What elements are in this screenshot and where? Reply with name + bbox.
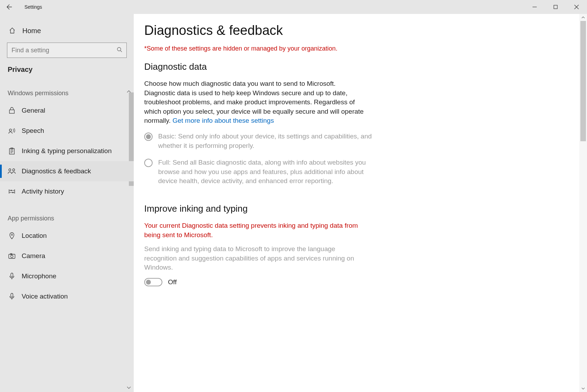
sidebar: Home Privacy Windo [0, 14, 134, 392]
svg-rect-1 [554, 5, 557, 9]
svg-rect-22 [9, 254, 15, 258]
scroll-down-icon[interactable] [579, 385, 587, 392]
sidebar-group-header: App permissions [0, 202, 134, 226]
search-input[interactable] [12, 47, 117, 54]
svg-line-5 [120, 51, 122, 52]
minimize-button[interactable] [524, 0, 545, 14]
sidebar-item-diagnostics[interactable]: Diagnostics & feedback [0, 161, 134, 181]
inking-toggle [144, 278, 162, 286]
more-info-link[interactable]: Get more info about these settings [173, 117, 274, 124]
sidebar-item-activity[interactable]: Activity history [0, 181, 134, 202]
sidebar-item-speech[interactable]: Speech [0, 121, 134, 141]
org-managed-note: *Some of these settings are hidden or ma… [144, 45, 570, 52]
main-content: Diagnostics & feedback *Some of these se… [134, 14, 587, 392]
radio-basic: Basic: Send only info about your device,… [144, 132, 375, 150]
sidebar-item-voice-activation[interactable]: Voice activation [0, 286, 134, 307]
page-title: Diagnostics & feedback [144, 23, 570, 38]
sidebar-item-camera[interactable]: Camera [0, 246, 134, 266]
svg-point-7 [9, 129, 12, 131]
content-scrollbar[interactable] [579, 14, 587, 392]
sidebar-group-header: Windows permissions [0, 76, 134, 100]
svg-point-4 [117, 47, 121, 51]
search-icon [117, 47, 122, 54]
close-button[interactable] [566, 0, 587, 14]
svg-point-13 [9, 169, 11, 171]
scroll-up-icon[interactable] [579, 14, 587, 21]
sidebar-item-label: Speech [22, 127, 44, 135]
radio-button-icon [144, 159, 153, 167]
radio-button-icon [144, 133, 153, 141]
diagnostic-data-description: Choose how much diagnostic data you want… [144, 79, 368, 126]
sidebar-item-label: Activity history [22, 188, 64, 195]
radio-full: Full: Send all Basic diagnostic data, al… [144, 158, 375, 186]
content-scrollbar-thumb[interactable] [580, 21, 586, 141]
svg-rect-25 [11, 273, 13, 277]
camera-icon [8, 253, 16, 259]
window-title: Settings [24, 4, 42, 10]
sidebar-home[interactable]: Home [0, 20, 134, 41]
inking-toggle-label: Off [168, 278, 177, 286]
minimize-icon [533, 5, 537, 9]
sidebar-item-inking[interactable]: Inking & typing personalization [0, 141, 134, 161]
svg-rect-27 [11, 293, 13, 297]
sidebar-item-label: Location [22, 232, 47, 240]
svg-point-23 [11, 255, 13, 258]
speech-icon [8, 128, 16, 134]
close-icon [574, 5, 579, 9]
chevron-down-icon[interactable] [127, 384, 131, 391]
voice-icon [8, 293, 16, 300]
inking-warning: Your current Diagnostic data setting pre… [144, 221, 361, 240]
sidebar-item-label: Camera [22, 252, 45, 260]
titlebar: Settings [0, 0, 587, 14]
inking-description: Send inking and typing data to Microsoft… [144, 244, 368, 272]
arrow-left-icon [6, 4, 12, 10]
svg-rect-6 [9, 110, 14, 113]
feedback-icon [8, 168, 16, 174]
home-icon [8, 27, 16, 34]
section-title-diagnostic-data: Diagnostic data [144, 61, 570, 72]
radio-basic-label: Basic: Send only info about your device,… [158, 132, 375, 150]
sidebar-item-label: Diagnostics & feedback [22, 167, 91, 175]
sidebar-item-microphone[interactable]: Microphone [0, 266, 134, 286]
sidebar-item-label: Microphone [22, 272, 56, 280]
sidebar-item-label: General [22, 107, 45, 114]
svg-point-21 [11, 234, 13, 235]
sidebar-item-location[interactable]: Location [0, 226, 134, 246]
maximize-icon [553, 5, 558, 9]
sidebar-item-label: Inking & typing personalization [22, 147, 112, 155]
section-title-improve-inking: Improve inking and typing [144, 203, 570, 214]
radio-full-label: Full: Send all Basic diagnostic data, al… [158, 158, 375, 186]
lock-icon [8, 107, 16, 114]
sidebar-item-general[interactable]: General [0, 100, 134, 121]
activity-icon [8, 188, 16, 195]
sidebar-home-label: Home [22, 27, 41, 35]
maximize-button[interactable] [545, 0, 566, 14]
back-button[interactable] [0, 0, 17, 14]
svg-rect-20 [13, 192, 13, 193]
clipboard-icon [8, 148, 16, 154]
microphone-icon [8, 273, 16, 280]
location-icon [8, 232, 16, 239]
svg-point-14 [13, 169, 15, 171]
svg-rect-19 [11, 190, 12, 191]
sidebar-category: Privacy [0, 58, 134, 76]
sidebar-item-label: Voice activation [22, 293, 68, 300]
search-box[interactable] [7, 43, 127, 58]
